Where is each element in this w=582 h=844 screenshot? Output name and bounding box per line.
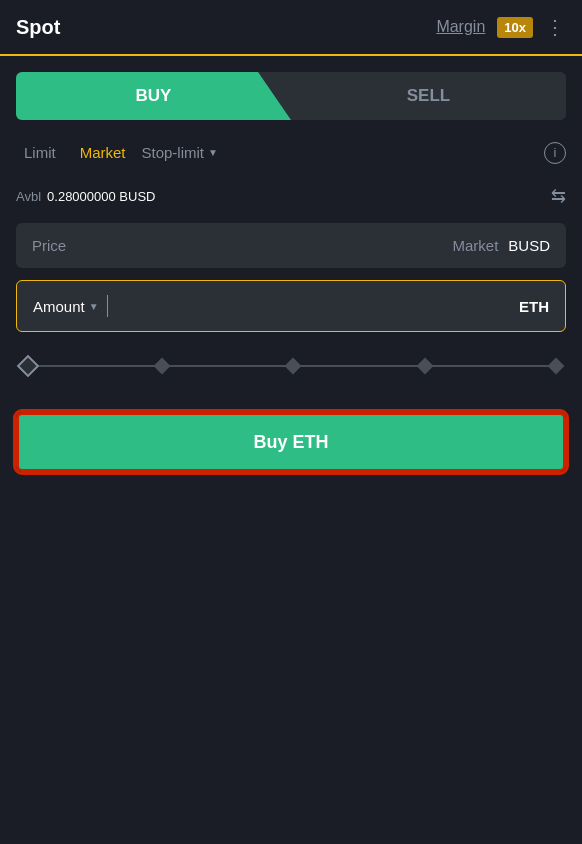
amount-dropdown[interactable]: Amount ▼ bbox=[33, 298, 99, 315]
amount-input[interactable] bbox=[116, 298, 519, 315]
custom-slider[interactable] bbox=[20, 352, 562, 380]
tab-market[interactable]: Market bbox=[72, 140, 134, 165]
main-content: BUY SELL Limit Market Stop-limit ▼ i Avb… bbox=[0, 56, 582, 488]
tab-limit[interactable]: Limit bbox=[16, 140, 64, 165]
info-icon[interactable]: i bbox=[544, 142, 566, 164]
top-bar: Spot Margin 10x ⋮ bbox=[0, 0, 582, 56]
slider-tick-1[interactable] bbox=[153, 358, 170, 375]
slider-tick-2[interactable] bbox=[285, 358, 302, 375]
buy-label: BUY bbox=[136, 86, 172, 106]
price-type-label: Market bbox=[452, 237, 498, 254]
amount-chevron-icon: ▼ bbox=[89, 301, 99, 312]
chevron-down-icon: ▼ bbox=[208, 147, 218, 158]
amount-field[interactable]: Amount ▼ ETH bbox=[16, 280, 566, 332]
sell-label: SELL bbox=[407, 86, 450, 106]
top-bar-right: Margin 10x ⋮ bbox=[436, 15, 566, 39]
slider-tick-4[interactable] bbox=[548, 358, 565, 375]
more-icon[interactable]: ⋮ bbox=[545, 15, 566, 39]
buy-eth-label: Buy ETH bbox=[253, 432, 328, 453]
slider-container bbox=[16, 352, 566, 380]
order-type-tabs: Limit Market Stop-limit ▼ i bbox=[16, 140, 566, 165]
tab-stop-limit[interactable]: Stop-limit ▼ bbox=[142, 144, 218, 161]
price-field: Price Market BUSD bbox=[16, 223, 566, 268]
leverage-badge[interactable]: 10x bbox=[497, 17, 533, 38]
buy-eth-button[interactable]: Buy ETH bbox=[16, 412, 566, 472]
margin-link[interactable]: Margin bbox=[436, 18, 485, 36]
avbl-value: 0.28000000 BUSD bbox=[47, 189, 155, 204]
slider-tick-3[interactable] bbox=[416, 358, 433, 375]
top-bar-left: Spot bbox=[16, 16, 60, 39]
slider-tick-0[interactable] bbox=[17, 355, 40, 378]
price-placeholder: Price bbox=[32, 237, 66, 254]
buy-button[interactable]: BUY bbox=[16, 72, 291, 120]
avbl-row: Avbl 0.28000000 BUSD ⇄ bbox=[16, 185, 566, 207]
buy-sell-toggle: BUY SELL bbox=[16, 72, 566, 120]
price-currency-label: BUSD bbox=[508, 237, 550, 254]
price-field-right: Market BUSD bbox=[452, 237, 550, 254]
avbl-label: Avbl bbox=[16, 189, 41, 204]
transfer-icon[interactable]: ⇄ bbox=[551, 185, 566, 207]
amount-divider bbox=[107, 295, 109, 317]
amount-currency-label: ETH bbox=[519, 298, 549, 315]
slider-ticks bbox=[20, 358, 562, 374]
sell-button[interactable]: SELL bbox=[291, 72, 566, 120]
amount-label: Amount bbox=[33, 298, 85, 315]
spot-label: Spot bbox=[16, 16, 60, 39]
